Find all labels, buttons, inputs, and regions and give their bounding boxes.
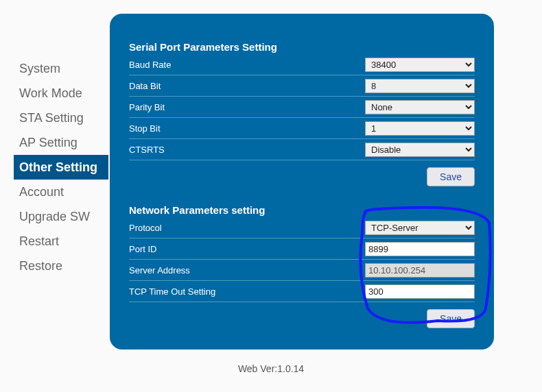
network-section-title: Network Parameters setting: [129, 204, 475, 216]
port-id-label: Port ID: [129, 244, 365, 254]
row-tcp-timeout: TCP Time Out Setting: [129, 281, 475, 302]
stop-bit-select[interactable]: 1: [365, 121, 475, 136]
baud-rate-select[interactable]: 38400: [365, 58, 475, 72]
port-id-input[interactable]: [365, 242, 475, 256]
sidebar-item-work-mode[interactable]: Work Mode: [14, 81, 108, 106]
row-ctsrts: CTSRTS Disable: [129, 139, 475, 160]
sidebar-item-ap-setting[interactable]: AP Setting: [14, 130, 108, 155]
row-parity-bit: Parity Bit None: [129, 97, 475, 118]
settings-panel: Serial Port Parameters Setting Baud Rate…: [110, 14, 494, 350]
protocol-select[interactable]: TCP-Server: [365, 221, 475, 235]
ctsrts-select[interactable]: Disable: [365, 143, 475, 157]
tcp-timeout-label: TCP Time Out Setting: [129, 286, 365, 297]
sidebar-item-sta-setting[interactable]: STA Setting: [14, 106, 108, 130]
row-stop-bit: Stop Bit 1: [129, 118, 475, 139]
sidebar-item-account[interactable]: Account: [14, 180, 108, 204]
stop-bit-label: Stop Bit: [129, 123, 365, 134]
row-protocol: Protocol TCP-Server: [129, 217, 475, 238]
tcp-timeout-input[interactable]: [365, 284, 475, 299]
ctsrts-label: CTSRTS: [129, 145, 365, 155]
row-baud-rate: Baud Rate 38400: [129, 54, 475, 75]
data-bit-select[interactable]: 8: [365, 79, 475, 93]
network-save-button[interactable]: Save: [427, 309, 475, 328]
parity-bit-label: Parity Bit: [129, 102, 365, 112]
data-bit-label: Data Bit: [129, 81, 365, 91]
server-address-label: Server Address: [129, 265, 365, 275]
sidebar-item-restore[interactable]: Restore: [14, 254, 108, 278]
serial-section-title: Serial Port Parameters Setting: [129, 41, 475, 53]
protocol-label: Protocol: [129, 223, 365, 233]
sidebar-item-upgrade-sw[interactable]: Upgrade SW: [14, 204, 108, 229]
sidebar-item-system[interactable]: System: [14, 56, 108, 81]
parity-bit-select[interactable]: None: [365, 100, 475, 114]
row-port-id: Port ID: [129, 238, 475, 260]
server-address-input[interactable]: [365, 263, 475, 278]
sidebar-item-restart[interactable]: Restart: [14, 229, 108, 254]
row-server-address: Server Address: [129, 260, 475, 281]
serial-save-button[interactable]: Save: [427, 167, 475, 186]
sidebar-item-other-setting[interactable]: Other Setting: [14, 155, 108, 180]
row-data-bit: Data Bit 8: [129, 75, 475, 97]
footer-version: Web Ver:1.0.14: [0, 363, 542, 374]
sidebar-nav: System Work Mode STA Setting AP Setting …: [14, 56, 108, 278]
baud-rate-label: Baud Rate: [129, 60, 365, 70]
